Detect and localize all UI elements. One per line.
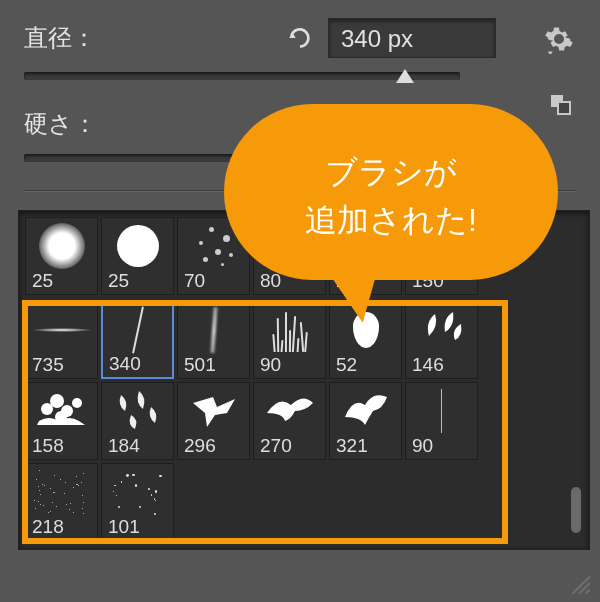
brush-preview (408, 220, 475, 272)
brush-size-label: 90 (260, 354, 281, 376)
svg-line-11 (586, 590, 590, 594)
svg-rect-2 (558, 102, 570, 114)
brush-preset-bird-a[interactable]: 296 (177, 382, 250, 460)
brush-preset-scratch-wide[interactable]: 250 (329, 217, 402, 295)
brush-preview (180, 220, 247, 272)
brush-preset-thin-stroke[interactable]: 340 (101, 301, 174, 379)
svg-marker-0 (548, 52, 553, 55)
brush-picker-panel: { "diameter": { "label": "直径：", "value":… (0, 0, 600, 602)
brush-size-label: 52 (336, 354, 357, 376)
brush-preset-thin-line[interactable]: 90 (405, 382, 478, 460)
brush-preview (28, 220, 95, 272)
brush-preset-bird-b[interactable]: 270 (253, 382, 326, 460)
brush-size-label: 501 (184, 354, 216, 376)
svg-point-5 (50, 394, 64, 408)
brush-preview (104, 466, 171, 518)
brush-size-label: 250 (336, 270, 368, 292)
brush-size-label: 296 (184, 435, 216, 457)
brush-preset-falling-leaves[interactable]: 184 (101, 382, 174, 460)
brush-size-label: 25 (32, 270, 53, 292)
brush-preview (104, 385, 171, 437)
brush-preview (256, 304, 323, 356)
brush-preview (28, 466, 95, 518)
brush-scrollbar[interactable] (569, 217, 583, 543)
resize-icon (566, 570, 592, 596)
brush-preset-flare[interactable]: 735 (25, 301, 98, 379)
brush-preview (180, 304, 247, 356)
brush-preset-soft-round[interactable]: 25 (25, 217, 98, 295)
brush-preset-scratch[interactable]: 80 (253, 217, 326, 295)
brush-size-label: 25 (108, 270, 129, 292)
diameter-label: 直径： (24, 22, 114, 54)
brush-preset-grass[interactable]: 90 (253, 301, 326, 379)
brush-preview (408, 304, 475, 356)
brush-preset-fuzzy-stroke[interactable]: 501 (177, 301, 250, 379)
panel-resize-handle[interactable] (566, 570, 592, 596)
brush-preview (28, 304, 95, 356)
brush-presets-area: 25 25 70 80 250 150 735 340 501 90 52 14… (18, 210, 590, 550)
new-preset-button[interactable] (548, 92, 578, 122)
brush-scrollbar-thumb[interactable] (571, 487, 581, 533)
brush-preset-flowers[interactable]: 158 (25, 382, 98, 460)
brush-size-label: 184 (108, 435, 140, 457)
brush-preset-scratch-tall[interactable]: 150 (405, 217, 478, 295)
hardness-slider[interactable] (24, 154, 460, 162)
brush-preview (256, 385, 323, 437)
brush-preview (332, 304, 399, 356)
reset-diameter-button[interactable] (282, 23, 318, 53)
brush-preset-drop[interactable]: 52 (329, 301, 402, 379)
brush-preview (180, 385, 247, 437)
brush-size-label: 80 (260, 270, 281, 292)
brush-preview (332, 220, 399, 272)
hardness-row: 硬さ： (24, 108, 576, 140)
brush-size-label: 270 (260, 435, 292, 457)
panel-menu-button[interactable] (544, 24, 578, 58)
diameter-slider[interactable] (24, 72, 460, 80)
brush-size-label: 146 (412, 354, 444, 376)
hardness-label: 硬さ： (24, 108, 114, 140)
brush-preview (104, 220, 171, 272)
brush-size-label: 90 (412, 435, 433, 457)
undo-icon (287, 25, 313, 51)
brush-size-label: 70 (184, 270, 205, 292)
preset-icon (548, 92, 572, 116)
brush-grid-added: 735 340 501 90 52 146 158 184 296 270 32… (25, 301, 505, 541)
brush-size-label: 101 (108, 516, 140, 538)
brush-preset-hard-round[interactable]: 25 (101, 217, 174, 295)
brush-size-label: 340 (109, 353, 141, 375)
brush-preset-dots[interactable]: 70 (177, 217, 250, 295)
brush-preset-leaves[interactable]: 146 (405, 301, 478, 379)
brush-size-label: 735 (32, 354, 64, 376)
brush-preset-sparkle[interactable]: 101 (101, 463, 174, 541)
brush-size-label: 321 (336, 435, 368, 457)
brush-preview (408, 385, 475, 437)
diameter-slider-thumb[interactable] (396, 69, 414, 83)
brush-size-label: 158 (32, 435, 64, 457)
brush-preset-bird-c[interactable]: 321 (329, 382, 402, 460)
brush-grid-default: 25 25 70 80 250 150 (25, 217, 505, 295)
brush-size-label: 218 (32, 516, 64, 538)
brush-preset-speckle[interactable]: 218 (25, 463, 98, 541)
diameter-input[interactable]: 340 px (328, 18, 496, 58)
brush-preview (28, 385, 95, 437)
gear-icon (544, 24, 574, 54)
brush-preview (256, 220, 323, 272)
svg-point-7 (72, 398, 82, 408)
brush-size-label: 150 (412, 270, 444, 292)
divider (24, 190, 576, 192)
brush-preview (105, 305, 170, 355)
diameter-row: 直径： 340 px (24, 18, 576, 58)
brush-preview (332, 385, 399, 437)
